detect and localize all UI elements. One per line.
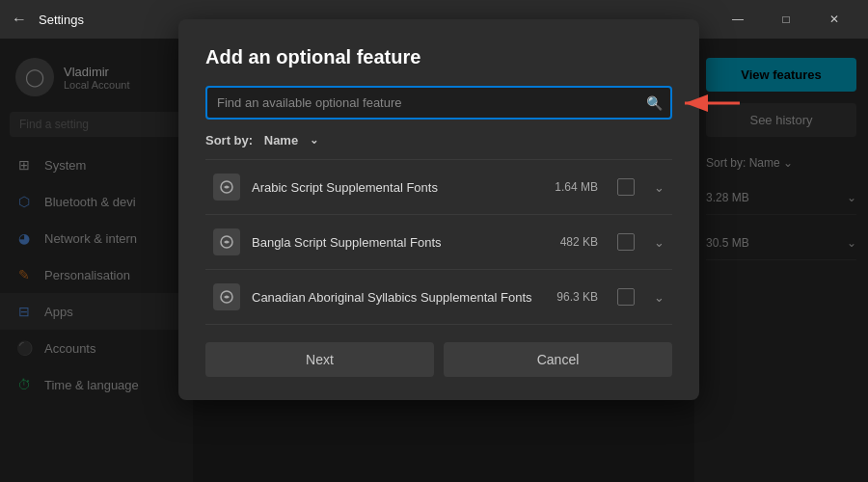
feature-search-input[interactable] — [205, 86, 672, 120]
modal-title: Add an optional feature — [205, 46, 672, 68]
modal-dialog: Add an optional feature 🔍 Sort by: Name … — [178, 19, 699, 400]
search-container: 🔍 — [205, 86, 672, 120]
feature-expand-icon[interactable]: ⌄ — [654, 180, 665, 195]
feature-size: 1.64 MB — [555, 180, 598, 194]
feature-name: Canadian Aboriginal Syllabics Supplement… — [252, 290, 545, 305]
back-button[interactable]: ← — [12, 11, 27, 28]
maximize-button[interactable]: □ — [764, 4, 808, 35]
feature-icon — [213, 228, 240, 255]
window-title: Settings — [39, 13, 84, 27]
feature-icon — [213, 283, 240, 310]
modal-footer: Next Cancel — [205, 342, 672, 377]
feature-name: Bangla Script Supplemental Fonts — [252, 235, 549, 250]
feature-item-arabic: Arabic Script Supplemental Fonts 1.64 MB… — [205, 160, 672, 215]
feature-list: Arabic Script Supplemental Fonts 1.64 MB… — [205, 159, 672, 325]
search-icon: 🔍 — [646, 95, 663, 111]
feature-expand-icon[interactable]: ⌄ — [654, 235, 665, 250]
feature-size: 96.3 KB — [556, 290, 598, 304]
feature-icon — [213, 174, 240, 201]
window-controls: — □ ✕ — [716, 4, 856, 35]
sort-chevron-icon[interactable]: ⌄ — [310, 134, 318, 147]
feature-item-bangla: Bangla Script Supplemental Fonts 482 KB … — [205, 215, 672, 270]
modal-sort: Sort by: Name ⌄ — [205, 133, 672, 147]
feature-checkbox[interactable] — [617, 178, 635, 196]
feature-checkbox[interactable] — [617, 288, 635, 306]
minimize-button[interactable]: — — [716, 4, 760, 35]
feature-name: Arabic Script Supplemental Fonts — [252, 180, 543, 195]
next-button[interactable]: Next — [205, 342, 434, 377]
settings-window: ← Settings — □ ✕ ◯ Vladimir Local Accoun… — [0, 0, 868, 482]
arrow-indicator — [677, 92, 745, 115]
feature-checkbox[interactable] — [617, 233, 635, 251]
feature-item-canadian: Canadian Aboriginal Syllabics Supplement… — [205, 270, 672, 325]
cancel-button[interactable]: Cancel — [444, 342, 672, 377]
feature-size: 482 KB — [560, 235, 598, 249]
close-button[interactable]: ✕ — [812, 4, 856, 35]
feature-expand-icon[interactable]: ⌄ — [654, 290, 665, 305]
